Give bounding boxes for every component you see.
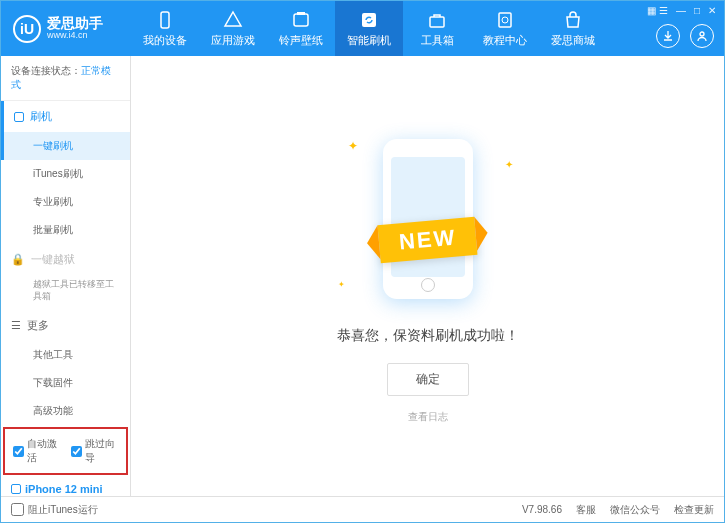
update-link[interactable]: 检查更新 bbox=[674, 503, 714, 517]
wechat-link[interactable]: 微信公众号 bbox=[610, 503, 660, 517]
sparkle-icon: ✦ bbox=[505, 159, 513, 170]
nav-tab-5[interactable]: 教程中心 bbox=[471, 1, 539, 56]
svg-point-6 bbox=[502, 17, 508, 23]
sidebar-item-flash-1[interactable]: iTunes刷机 bbox=[1, 160, 130, 188]
music-icon bbox=[291, 10, 311, 30]
success-illustration: ✦ ✦ ✦ NEW bbox=[328, 129, 528, 309]
phone-icon bbox=[155, 10, 175, 30]
menu-icon: ☰ bbox=[11, 319, 21, 332]
device-icon bbox=[11, 484, 21, 494]
svg-point-7 bbox=[700, 32, 704, 36]
sidebar-item-more-0[interactable]: 其他工具 bbox=[1, 341, 130, 369]
connection-status: 设备连接状态：正常模式 bbox=[1, 56, 130, 101]
minimize-button[interactable]: — bbox=[676, 5, 686, 16]
footer: 阻止iTunes运行 V7.98.66 客服 微信公众号 检查更新 bbox=[1, 496, 724, 522]
view-log-link[interactable]: 查看日志 bbox=[408, 410, 448, 424]
nav-tab-0[interactable]: 我的设备 bbox=[131, 1, 199, 56]
toolbox-icon bbox=[427, 10, 447, 30]
auto-activate-checkbox[interactable]: 自动激活 bbox=[13, 437, 61, 465]
apps-icon bbox=[223, 10, 243, 30]
sparkle-icon: ✦ bbox=[338, 280, 345, 289]
shop-icon bbox=[563, 10, 583, 30]
menu-button[interactable]: ▦ ☰ bbox=[647, 5, 668, 16]
nav-tab-1[interactable]: 应用游戏 bbox=[199, 1, 267, 56]
app-window: iU 爱思助手 www.i4.cn 我的设备应用游戏铃声壁纸智能刷机工具箱教程中… bbox=[0, 0, 725, 523]
maximize-button[interactable]: □ bbox=[694, 5, 700, 16]
download-icon[interactable] bbox=[656, 24, 680, 48]
device-info[interactable]: iPhone 12 mini 64GB Down-12mini-13,1 bbox=[1, 477, 130, 496]
nav-tab-4[interactable]: 工具箱 bbox=[403, 1, 471, 56]
block-itunes-checkbox[interactable]: 阻止iTunes运行 bbox=[11, 503, 98, 517]
sidebar-section-jailbreak[interactable]: 🔒 一键越狱 bbox=[1, 244, 130, 275]
version-label: V7.98.66 bbox=[522, 504, 562, 515]
sidebar: 设备连接状态：正常模式 刷机 一键刷机iTunes刷机专业刷机批量刷机 🔒 一键… bbox=[1, 56, 131, 496]
window-controls: ▦ ☰ — □ ✕ bbox=[647, 5, 716, 16]
jailbreak-note: 越狱工具已转移至工具箱 bbox=[1, 275, 130, 310]
sidebar-section-flash[interactable]: 刷机 bbox=[1, 101, 130, 132]
book-icon bbox=[495, 10, 515, 30]
header: iU 爱思助手 www.i4.cn 我的设备应用游戏铃声壁纸智能刷机工具箱教程中… bbox=[1, 1, 724, 56]
sidebar-item-flash-0[interactable]: 一键刷机 bbox=[1, 132, 130, 160]
svg-rect-1 bbox=[294, 14, 308, 26]
sidebar-item-flash-2[interactable]: 专业刷机 bbox=[1, 188, 130, 216]
nav-tab-3[interactable]: 智能刷机 bbox=[335, 1, 403, 56]
flash-icon bbox=[14, 112, 24, 122]
user-icon[interactable] bbox=[690, 24, 714, 48]
sidebar-section-more[interactable]: ☰ 更多 bbox=[1, 310, 130, 341]
checkbox-area: 自动激活 跳过向导 bbox=[3, 427, 128, 475]
refresh-icon bbox=[359, 10, 379, 30]
svg-rect-4 bbox=[430, 17, 444, 27]
app-title: 爱思助手 bbox=[47, 16, 103, 31]
close-button[interactable]: ✕ bbox=[708, 5, 716, 16]
svg-rect-0 bbox=[161, 12, 169, 28]
logo[interactable]: iU 爱思助手 www.i4.cn bbox=[1, 15, 131, 43]
app-url: www.i4.cn bbox=[47, 31, 103, 41]
confirm-button[interactable]: 确定 bbox=[387, 363, 469, 396]
success-message: 恭喜您，保资料刷机成功啦！ bbox=[337, 327, 519, 345]
service-link[interactable]: 客服 bbox=[576, 503, 596, 517]
nav-tab-2[interactable]: 铃声壁纸 bbox=[267, 1, 335, 56]
sparkle-icon: ✦ bbox=[348, 139, 358, 153]
nav-tabs: 我的设备应用游戏铃声壁纸智能刷机工具箱教程中心爱思商城 bbox=[131, 1, 724, 56]
sidebar-item-flash-3[interactable]: 批量刷机 bbox=[1, 216, 130, 244]
svg-rect-2 bbox=[297, 12, 305, 15]
svg-rect-3 bbox=[362, 13, 376, 27]
sidebar-item-more-2[interactable]: 高级功能 bbox=[1, 397, 130, 425]
skip-guide-checkbox[interactable]: 跳过向导 bbox=[71, 437, 119, 465]
main-content: ✦ ✦ ✦ NEW 恭喜您，保资料刷机成功啦！ 确定 查看日志 bbox=[131, 56, 724, 496]
lock-icon: 🔒 bbox=[11, 253, 25, 266]
logo-icon: iU bbox=[13, 15, 41, 43]
sidebar-item-more-1[interactable]: 下载固件 bbox=[1, 369, 130, 397]
svg-rect-5 bbox=[499, 13, 511, 27]
nav-tab-6[interactable]: 爱思商城 bbox=[539, 1, 607, 56]
new-ribbon: NEW bbox=[377, 216, 477, 262]
